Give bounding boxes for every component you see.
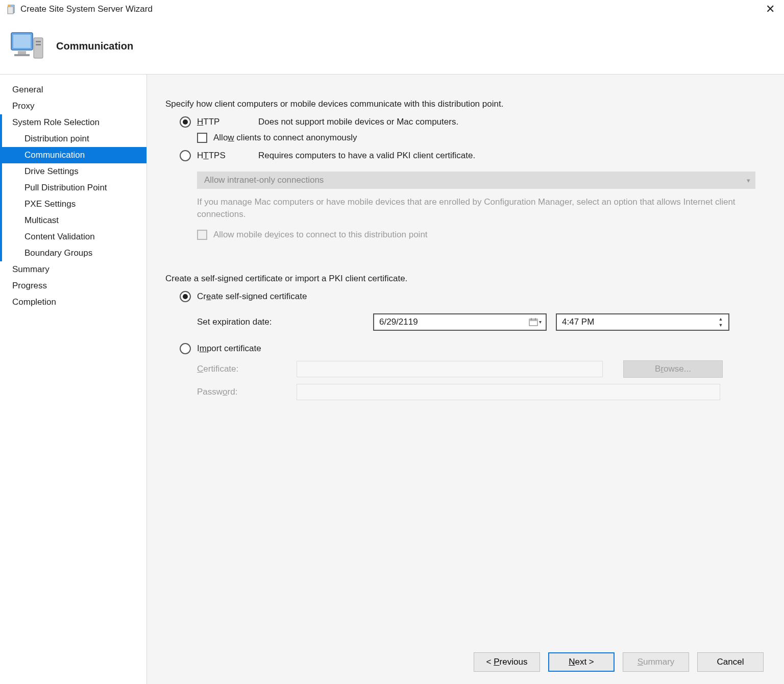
radio-http[interactable] [180,116,191,128]
sidebar-item-boundary-groups[interactable]: Boundary Groups [0,245,146,261]
sidebar-item-distribution-point[interactable]: Distribution point [0,131,146,147]
radio-row-http: HTTP Does not support mobile devices or … [165,116,760,128]
checkbox-allow-mobile-label: Allow mobile devices to connect to this … [213,230,428,240]
wizard-footer: < Previous Next > Summary Cancel [474,652,764,672]
expiration-time-value: 4:47 PM [562,317,594,327]
checkbox-allow-anonymous-label: Allow clients to connect anonymously [213,133,357,143]
hint-internet-connections: If you manage Mac computers or have mobi… [197,196,749,221]
expiration-date-value: 6/29/2119 [379,317,418,327]
svg-rect-8 [36,41,41,42]
svg-rect-5 [18,51,26,54]
sidebar-item-summary[interactable]: Summary [0,261,146,278]
window-title: Create Site System Server Wizard [20,4,153,14]
sidebar-item-general[interactable]: General [0,82,146,98]
sidebar-item-drive-settings[interactable]: Drive Settings [0,163,146,180]
radio-import-cert[interactable] [180,343,191,354]
sidebar-item-system-role-selection[interactable]: System Role Selection [0,114,146,131]
radio-row-import-cert: Import certificate [165,343,760,354]
checkbox-allow-anonymous[interactable] [197,133,207,143]
wizard-content: Specify how client computers or mobile d… [147,75,784,684]
spinner-down-icon[interactable]: ▼ [716,322,725,328]
radio-http-label: HTTP [197,117,258,127]
combo-connection-type: Allow intranet-only connections ▾ [197,172,755,189]
chevron-down-icon: ▾ [747,177,750,184]
section-text-cert: Create a self-signed certificate or impo… [165,274,760,284]
next-button[interactable]: Next > [548,652,615,672]
radio-create-cert-label: Create self-signed certificate [197,291,307,302]
sidebar-item-proxy[interactable]: Proxy [0,98,146,114]
wizard-step-sidebar: General Proxy System Role Selection Dist… [0,75,147,684]
certificate-path-input [297,361,603,377]
svg-rect-9 [36,44,41,45]
svg-rect-4 [13,35,31,48]
sidebar-item-content-validation[interactable]: Content Validation [0,229,146,245]
radio-create-cert[interactable] [180,291,191,302]
sidebar-item-pxe-settings[interactable]: PXE Settings [0,196,146,212]
expiration-date-field[interactable]: 6/29/2119 ▾ [373,313,547,331]
radio-row-https: HTTPS Requires computers to have a valid… [165,150,760,161]
sidebar-item-progress[interactable]: Progress [0,278,146,294]
spinner-up-icon[interactable]: ▲ [716,316,725,322]
row-certificate-password: Password: [165,384,760,400]
section-text-spec: Specify how client computers or mobile d… [165,99,760,109]
certificate-password-input [297,384,720,400]
combo-connection-type-value: Allow intranet-only connections [204,175,324,185]
radio-import-cert-label: Import certificate [197,344,261,354]
radio-row-create-cert: Create self-signed certificate [165,291,760,302]
wizard-window-icon [6,4,16,14]
svg-rect-6 [14,54,30,56]
row-certificate-path: Certificate: Browse... [165,360,760,378]
summary-button: Summary [623,652,689,672]
radio-https-label: HTTPS [197,151,258,161]
sidebar-item-completion[interactable]: Completion [0,294,146,310]
cancel-button[interactable]: Cancel [697,652,764,672]
sidebar-item-pull-distribution-point[interactable]: Pull Distribution Point [0,180,146,196]
checkbox-row-allow-mobile: Allow mobile devices to connect to this … [165,230,760,240]
password-label: Password: [197,387,297,397]
expiration-label: Set expiration date: [197,317,373,327]
close-icon[interactable]: ✕ [763,4,778,15]
certificate-label: Certificate: [197,364,297,374]
svg-rect-11 [529,319,537,321]
svg-point-2 [8,5,10,7]
page-title: Communication [56,40,133,52]
sidebar-item-communication[interactable]: Communication [0,147,146,163]
expiration-time-field[interactable]: 4:47 PM ▲ ▼ [556,313,729,331]
computer-icon [9,29,45,64]
svg-rect-1 [8,7,13,14]
radio-https[interactable] [180,150,191,161]
browse-button: Browse... [623,360,723,378]
radio-https-desc: Requires computers to have a valid PKI c… [258,151,475,161]
time-spinner[interactable]: ▲ ▼ [716,316,725,328]
previous-button[interactable]: < Previous [474,652,540,672]
calendar-icon[interactable]: ▾ [529,317,542,327]
checkbox-row-allow-anonymous: Allow clients to connect anonymously [165,133,760,143]
checkbox-allow-mobile [197,230,207,240]
sidebar-item-multicast[interactable]: Multicast [0,212,146,229]
titlebar: Create Site System Server Wizard ✕ [0,0,784,18]
row-expiration: Set expiration date: 6/29/2119 ▾ 4:47 PM… [165,313,760,331]
wizard-header: Communication [0,18,784,75]
radio-http-desc: Does not support mobile devices or Mac c… [258,117,458,127]
